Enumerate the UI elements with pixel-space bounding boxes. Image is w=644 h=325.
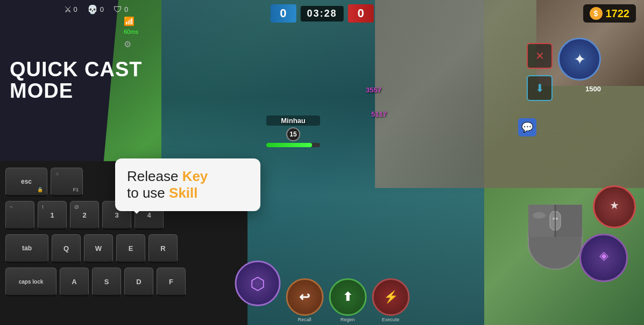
x-icon: ✕ bbox=[535, 49, 544, 62]
brightness-icon: ☼ bbox=[55, 171, 59, 176]
skill-button-secondary[interactable]: ★ bbox=[593, 185, 636, 228]
f1-label: F1 bbox=[73, 187, 79, 192]
key-s[interactable]: S bbox=[92, 268, 121, 297]
recall-button[interactable]: ⬇ bbox=[527, 75, 553, 101]
game-timer: 03:28 bbox=[300, 6, 343, 21]
kill-count-blue: 0 bbox=[74, 5, 77, 13]
skill-active-visual: ✦ bbox=[574, 50, 586, 68]
a-label: A bbox=[72, 278, 76, 286]
shield-icon: 🛡 bbox=[114, 5, 122, 15]
skill-value-label: 1500 bbox=[585, 85, 601, 93]
key-tab[interactable]: tab bbox=[5, 234, 48, 263]
hp-bar bbox=[266, 143, 320, 147]
down-icon: ⬇ bbox=[535, 82, 544, 95]
key-f[interactable]: F bbox=[157, 268, 186, 297]
shield-stat: 🛡 0 bbox=[114, 5, 128, 15]
caps-label: caps lock bbox=[19, 279, 44, 285]
skill-active-button[interactable]: ⬡ bbox=[235, 261, 280, 306]
execute-icon: ⚡ bbox=[384, 290, 398, 304]
key-w[interactable]: W bbox=[84, 234, 113, 263]
damage-number-2: 5117 bbox=[371, 110, 387, 118]
player-level: 15 bbox=[286, 127, 300, 141]
settings-icon: ⚙ bbox=[124, 39, 138, 49]
skill-wrapper-regen: ⬆ Regen bbox=[329, 278, 366, 322]
three-label: 3 bbox=[115, 211, 118, 219]
key-q[interactable]: Q bbox=[52, 234, 81, 263]
execute-label: Execute bbox=[382, 317, 400, 322]
skill-wrapper-recall: ↩ Recall bbox=[286, 278, 323, 322]
chat-icon-symbol: 💬 bbox=[521, 121, 533, 133]
esc-label: esc bbox=[21, 178, 32, 185]
key-d[interactable]: D bbox=[124, 268, 153, 297]
hp-fill bbox=[266, 143, 312, 147]
key-f1[interactable]: ☼ F1 bbox=[51, 168, 83, 197]
svg-point-7 bbox=[533, 212, 546, 219]
tilde-label: ~ bbox=[10, 204, 12, 210]
tooltip-line2-text: to use bbox=[127, 185, 169, 201]
at-label: @ bbox=[74, 204, 79, 210]
gold-amount: 1722 bbox=[606, 8, 630, 20]
sword-stat: ⚔ 0 bbox=[64, 4, 77, 15]
key-r[interactable]: R bbox=[148, 234, 178, 263]
hud-top-center: 0 03:28 0 bbox=[270, 4, 374, 23]
chat-button[interactable]: 💬 bbox=[518, 118, 536, 136]
skill-button-tertiary[interactable]: ◈ bbox=[579, 234, 628, 282]
cancel-skill-button[interactable]: ✕ bbox=[527, 43, 553, 69]
d-label: D bbox=[136, 278, 141, 286]
skill-active-icon[interactable]: ✦ bbox=[558, 38, 601, 81]
key-a[interactable]: A bbox=[60, 268, 89, 297]
gold-display: $ 1722 bbox=[583, 4, 636, 23]
damage-number-1: 3557 bbox=[366, 86, 381, 94]
tooltip-line1-highlight: Key bbox=[182, 168, 208, 184]
wifi-icon: 📶 bbox=[124, 16, 138, 26]
tooltip-line2-highlight: Skill bbox=[169, 185, 197, 201]
w-label: W bbox=[95, 244, 102, 252]
network-status: 📶 60ms ⚙ bbox=[124, 16, 138, 49]
key-caps-lock[interactable]: caps lock bbox=[5, 268, 56, 297]
kill-count-skull: 0 bbox=[100, 5, 104, 13]
title-line2: MODE bbox=[10, 81, 142, 102]
tooltip-line2: to use Skill bbox=[127, 185, 249, 201]
skill-execute-button[interactable]: ⚡ bbox=[372, 278, 409, 316]
e-label: E bbox=[129, 244, 133, 252]
tab-label: tab bbox=[22, 244, 32, 252]
recall-icon: ↩ bbox=[299, 290, 310, 305]
ping-text: 60ms bbox=[124, 28, 138, 35]
s-label: S bbox=[104, 278, 109, 286]
f-label: F bbox=[169, 278, 173, 286]
regen-label: Regen bbox=[341, 317, 355, 322]
skill-tertiary-icon: ◈ bbox=[581, 249, 626, 263]
key-esc[interactable]: esc 🔒 bbox=[5, 168, 47, 197]
skull-stat: 💀 0 bbox=[87, 4, 104, 15]
q-label: Q bbox=[63, 244, 69, 252]
two-label: 2 bbox=[82, 211, 86, 219]
kill-count-red: 0 bbox=[124, 5, 128, 13]
excl-label: ! bbox=[42, 204, 44, 210]
tooltip-line1-text: Release bbox=[127, 168, 182, 184]
score-red: 0 bbox=[348, 4, 374, 23]
player-nameplate: Minhau 15 bbox=[266, 115, 320, 147]
score-blue: 0 bbox=[270, 4, 296, 23]
recall-label: Recall bbox=[298, 317, 311, 322]
skill-recall-button[interactable]: ↩ bbox=[286, 278, 323, 316]
key-1[interactable]: ! 1 bbox=[38, 201, 67, 230]
skill-active-icon-symbol: ⬡ bbox=[250, 273, 265, 294]
sword-icon: ⚔ bbox=[64, 4, 72, 15]
keyboard-row-1: esc 🔒 ☼ F1 bbox=[5, 168, 83, 197]
skill-regen-button[interactable]: ⬆ bbox=[329, 278, 366, 316]
gold-icon: $ bbox=[590, 7, 603, 20]
gold-symbol: $ bbox=[594, 9, 598, 18]
four-label: 4 bbox=[147, 211, 151, 219]
title-line1: QUICK CAST bbox=[10, 59, 142, 81]
skill-wrapper-execute: ⚡ Execute bbox=[372, 278, 409, 322]
key-tilde[interactable]: ~ bbox=[5, 201, 34, 230]
skill-wrapper-active: ⬡ bbox=[235, 261, 280, 306]
key-2[interactable]: @ 2 bbox=[70, 201, 99, 230]
tooltip-line1: Release Key bbox=[127, 168, 249, 185]
one-label: 1 bbox=[50, 211, 54, 219]
keyboard-row-4: caps lock A S D F bbox=[5, 268, 186, 297]
lock-icon: 🔒 bbox=[37, 187, 43, 192]
player-name: Minhau bbox=[266, 115, 320, 126]
key-e[interactable]: E bbox=[116, 234, 145, 263]
skull-icon: 💀 bbox=[87, 4, 98, 15]
